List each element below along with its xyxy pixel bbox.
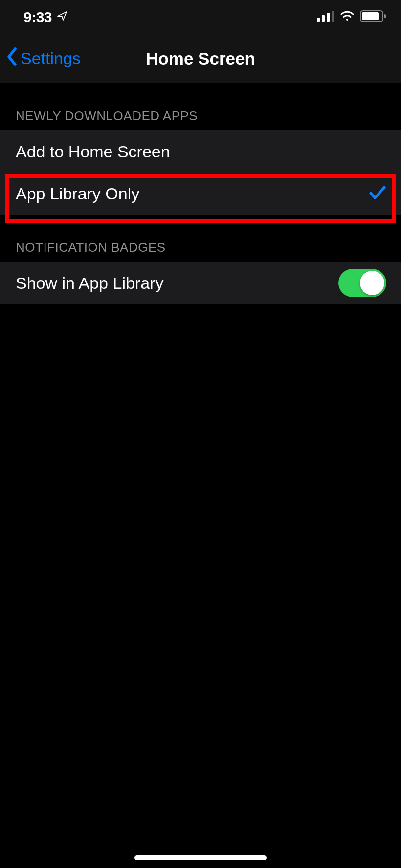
status-time: 9:33 [23, 9, 52, 25]
battery-icon [360, 10, 386, 24]
svg-rect-3 [332, 11, 334, 22]
svg-rect-2 [327, 13, 330, 22]
status-left: 9:33 [23, 9, 68, 25]
option-add-to-home-screen[interactable]: Add to Home Screen [0, 130, 401, 173]
option-label: Add to Home Screen [16, 142, 170, 161]
checkmark-icon [369, 184, 386, 203]
navigation-bar: Settings Home Screen [0, 34, 401, 83]
back-button[interactable]: Settings [5, 47, 81, 70]
home-indicator[interactable] [134, 855, 267, 860]
cellular-signal-icon [317, 11, 334, 23]
svg-rect-0 [317, 18, 320, 22]
wifi-icon [339, 10, 355, 24]
toggle-label: Show in App Library [16, 274, 163, 293]
toggle-show-in-app-library[interactable] [338, 269, 386, 297]
section-header-downloaded: NEWLY DOWNLOADED APPS [0, 83, 401, 130]
list-group-badges: Show in App Library [0, 262, 401, 304]
option-label: App Library Only [16, 184, 139, 203]
status-bar: 9:33 [0, 0, 401, 34]
option-app-library-only[interactable]: App Library Only [0, 173, 401, 215]
back-button-label: Settings [21, 49, 81, 68]
list-group-downloaded: Add to Home Screen App Library Only [0, 130, 401, 215]
chevron-left-icon [5, 47, 19, 70]
status-right [317, 10, 386, 24]
toggle-row-show-in-app-library: Show in App Library [0, 262, 401, 304]
svg-rect-6 [384, 14, 386, 18]
section-header-badges: NOTIFICATION BADGES [0, 215, 401, 262]
svg-rect-5 [362, 12, 379, 20]
location-icon [57, 10, 68, 24]
toggle-knob [360, 271, 384, 295]
svg-rect-1 [322, 15, 325, 22]
